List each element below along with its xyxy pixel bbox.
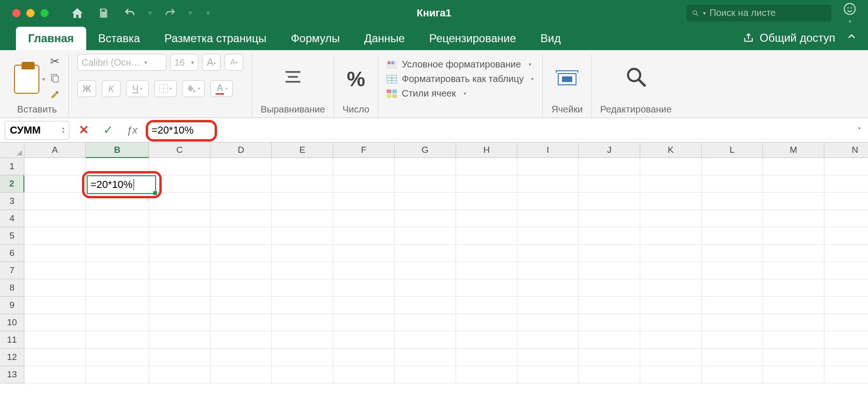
col-header-C[interactable]: C — [149, 142, 210, 158]
font-name-combo[interactable]: Calibri (Осн…▾ — [77, 54, 166, 71]
cell[interactable] — [456, 227, 517, 245]
cell[interactable] — [640, 262, 702, 279]
cell[interactable] — [517, 245, 579, 262]
paste-dropdown-icon[interactable]: ▾ — [42, 76, 45, 82]
percent-icon[interactable]: % — [347, 67, 365, 91]
cell[interactable] — [702, 349, 763, 366]
cell[interactable] — [24, 279, 86, 297]
cell[interactable] — [333, 262, 395, 279]
font-color-button[interactable]: A ▾ — [210, 80, 233, 97]
cell[interactable] — [272, 366, 333, 383]
cell[interactable] — [210, 279, 272, 297]
cell[interactable] — [333, 193, 395, 210]
cell[interactable] — [702, 210, 763, 227]
cell[interactable] — [149, 175, 210, 193]
cell[interactable] — [86, 349, 149, 366]
cell[interactable] — [517, 279, 579, 297]
cell[interactable] — [272, 245, 333, 262]
undo-icon[interactable] — [122, 5, 138, 21]
cell[interactable] — [640, 314, 702, 331]
cell[interactable] — [456, 262, 517, 279]
borders-button[interactable]: ▾ — [154, 80, 177, 97]
row-header-3[interactable]: 3 — [0, 193, 24, 210]
cell[interactable] — [456, 349, 517, 366]
increase-font-button[interactable]: A▴ — [202, 54, 221, 71]
cell[interactable] — [210, 297, 272, 314]
tab-home[interactable]: Главная — [16, 27, 86, 50]
tab-pagelayout[interactable]: Разметка страницы — [152, 27, 279, 50]
row-header-4[interactable]: 4 — [0, 210, 24, 227]
col-header-B[interactable]: B — [86, 142, 149, 158]
cell[interactable] — [395, 193, 456, 210]
col-header-I[interactable]: I — [517, 142, 579, 158]
tab-view[interactable]: Вид — [528, 27, 573, 50]
feedback-smiley-icon[interactable]: ▾ — [843, 2, 857, 24]
cell[interactable] — [86, 245, 149, 262]
cell[interactable] — [517, 366, 579, 383]
row-header-12[interactable]: 12 — [0, 349, 24, 366]
cell[interactable] — [763, 175, 824, 193]
format-as-table-button[interactable]: Форматировать как таблицу ▾ — [387, 74, 534, 84]
name-box-spinner[interactable]: ▴▾ — [62, 127, 64, 134]
cell[interactable] — [24, 175, 86, 193]
cell[interactable] — [272, 331, 333, 349]
col-header-D[interactable]: D — [210, 142, 272, 158]
cell[interactable] — [395, 262, 456, 279]
cell[interactable] — [333, 297, 395, 314]
cell[interactable] — [456, 314, 517, 331]
cell[interactable] — [702, 279, 763, 297]
window-zoom-button[interactable] — [40, 9, 49, 17]
tab-formulas[interactable]: Формулы — [279, 27, 352, 50]
bold-button[interactable]: Ж — [77, 80, 96, 97]
cell[interactable] — [640, 175, 702, 193]
cell[interactable] — [86, 227, 149, 245]
cell[interactable] — [456, 279, 517, 297]
home-icon[interactable] — [69, 5, 85, 21]
cell[interactable] — [640, 297, 702, 314]
cell[interactable] — [702, 227, 763, 245]
cell[interactable] — [824, 314, 868, 331]
cell[interactable] — [579, 366, 640, 383]
cell[interactable] — [579, 297, 640, 314]
cell[interactable] — [272, 158, 333, 175]
cell[interactable] — [272, 314, 333, 331]
cell[interactable] — [763, 158, 824, 175]
fill-color-button[interactable]: ▾ — [182, 80, 205, 97]
cell[interactable] — [395, 349, 456, 366]
row-header-6[interactable]: 6 — [0, 245, 24, 262]
col-header-G[interactable]: G — [395, 142, 456, 158]
cell[interactable] — [333, 366, 395, 383]
cell[interactable] — [824, 279, 868, 297]
cell[interactable] — [702, 245, 763, 262]
cell[interactable] — [24, 227, 86, 245]
cell[interactable] — [210, 227, 272, 245]
cell[interactable] — [149, 366, 210, 383]
cell[interactable] — [210, 175, 272, 193]
cell[interactable] — [86, 210, 149, 227]
cell[interactable] — [579, 227, 640, 245]
cell[interactable] — [210, 193, 272, 210]
formula-cancel-button[interactable]: ✕ — [74, 123, 94, 137]
share-button[interactable]: Общий доступ — [743, 26, 835, 50]
cell[interactable] — [333, 245, 395, 262]
cell[interactable] — [824, 349, 868, 366]
col-header-K[interactable]: K — [640, 142, 702, 158]
col-header-N[interactable]: N — [824, 142, 868, 158]
cell[interactable] — [149, 245, 210, 262]
cell[interactable] — [149, 158, 210, 175]
cell[interactable] — [24, 331, 86, 349]
cell[interactable] — [456, 175, 517, 193]
cell[interactable] — [702, 262, 763, 279]
cell[interactable] — [86, 297, 149, 314]
cell[interactable] — [763, 210, 824, 227]
cell[interactable] — [824, 210, 868, 227]
cell[interactable] — [272, 227, 333, 245]
tab-insert[interactable]: Вставка — [86, 27, 152, 50]
cell[interactable] — [702, 366, 763, 383]
cell[interactable] — [210, 158, 272, 175]
cell[interactable] — [640, 331, 702, 349]
collapse-ribbon-icon[interactable] — [846, 31, 857, 45]
cell[interactable] — [517, 262, 579, 279]
row-header-2[interactable]: 2 — [0, 175, 24, 193]
cell[interactable] — [395, 279, 456, 297]
